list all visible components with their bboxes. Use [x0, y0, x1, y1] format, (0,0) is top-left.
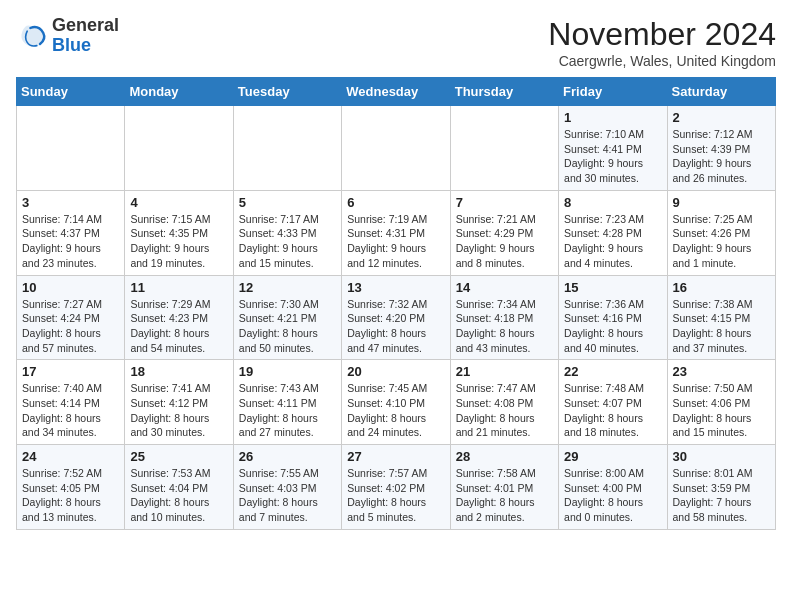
day-info: Sunrise: 7:36 AM Sunset: 4:16 PM Dayligh…: [564, 297, 661, 356]
day-number: 16: [673, 280, 770, 295]
calendar-cell: 22Sunrise: 7:48 AM Sunset: 4:07 PM Dayli…: [559, 360, 667, 445]
day-info: Sunrise: 8:01 AM Sunset: 3:59 PM Dayligh…: [673, 466, 770, 525]
day-info: Sunrise: 8:00 AM Sunset: 4:00 PM Dayligh…: [564, 466, 661, 525]
day-number: 13: [347, 280, 444, 295]
logo-general-text: General: [52, 15, 119, 35]
logo: General Blue: [16, 16, 119, 56]
day-number: 24: [22, 449, 119, 464]
day-number: 21: [456, 364, 553, 379]
calendar-cell: 2Sunrise: 7:12 AM Sunset: 4:39 PM Daylig…: [667, 106, 775, 191]
weekday-header-wednesday: Wednesday: [342, 78, 450, 106]
day-number: 14: [456, 280, 553, 295]
calendar-table: SundayMondayTuesdayWednesdayThursdayFrid…: [16, 77, 776, 530]
calendar-cell: [17, 106, 125, 191]
day-number: 18: [130, 364, 227, 379]
day-number: 10: [22, 280, 119, 295]
day-info: Sunrise: 7:34 AM Sunset: 4:18 PM Dayligh…: [456, 297, 553, 356]
day-number: 25: [130, 449, 227, 464]
calendar-cell: 27Sunrise: 7:57 AM Sunset: 4:02 PM Dayli…: [342, 445, 450, 530]
day-number: 9: [673, 195, 770, 210]
calendar-cell: 12Sunrise: 7:30 AM Sunset: 4:21 PM Dayli…: [233, 275, 341, 360]
day-number: 30: [673, 449, 770, 464]
day-number: 29: [564, 449, 661, 464]
calendar-week-row: 3Sunrise: 7:14 AM Sunset: 4:37 PM Daylig…: [17, 190, 776, 275]
day-number: 23: [673, 364, 770, 379]
calendar-cell: 26Sunrise: 7:55 AM Sunset: 4:03 PM Dayli…: [233, 445, 341, 530]
calendar-cell: 5Sunrise: 7:17 AM Sunset: 4:33 PM Daylig…: [233, 190, 341, 275]
calendar-cell: 25Sunrise: 7:53 AM Sunset: 4:04 PM Dayli…: [125, 445, 233, 530]
calendar-cell: 16Sunrise: 7:38 AM Sunset: 4:15 PM Dayli…: [667, 275, 775, 360]
day-number: 27: [347, 449, 444, 464]
calendar-cell: 23Sunrise: 7:50 AM Sunset: 4:06 PM Dayli…: [667, 360, 775, 445]
day-number: 8: [564, 195, 661, 210]
calendar-cell: 13Sunrise: 7:32 AM Sunset: 4:20 PM Dayli…: [342, 275, 450, 360]
day-info: Sunrise: 7:48 AM Sunset: 4:07 PM Dayligh…: [564, 381, 661, 440]
day-number: 28: [456, 449, 553, 464]
day-info: Sunrise: 7:14 AM Sunset: 4:37 PM Dayligh…: [22, 212, 119, 271]
day-number: 2: [673, 110, 770, 125]
day-info: Sunrise: 7:47 AM Sunset: 4:08 PM Dayligh…: [456, 381, 553, 440]
calendar-cell: [233, 106, 341, 191]
day-number: 12: [239, 280, 336, 295]
day-info: Sunrise: 7:57 AM Sunset: 4:02 PM Dayligh…: [347, 466, 444, 525]
day-number: 17: [22, 364, 119, 379]
calendar-cell: 14Sunrise: 7:34 AM Sunset: 4:18 PM Dayli…: [450, 275, 558, 360]
day-number: 3: [22, 195, 119, 210]
day-info: Sunrise: 7:45 AM Sunset: 4:10 PM Dayligh…: [347, 381, 444, 440]
day-number: 15: [564, 280, 661, 295]
day-info: Sunrise: 7:12 AM Sunset: 4:39 PM Dayligh…: [673, 127, 770, 186]
header: General Blue November 2024 Caergwrle, Wa…: [16, 16, 776, 69]
calendar-cell: [125, 106, 233, 191]
calendar-cell: 20Sunrise: 7:45 AM Sunset: 4:10 PM Dayli…: [342, 360, 450, 445]
day-info: Sunrise: 7:40 AM Sunset: 4:14 PM Dayligh…: [22, 381, 119, 440]
calendar-cell: [342, 106, 450, 191]
logo-icon: [16, 20, 48, 52]
calendar-cell: 8Sunrise: 7:23 AM Sunset: 4:28 PM Daylig…: [559, 190, 667, 275]
location-subtitle: Caergwrle, Wales, United Kingdom: [548, 53, 776, 69]
day-number: 26: [239, 449, 336, 464]
day-info: Sunrise: 7:30 AM Sunset: 4:21 PM Dayligh…: [239, 297, 336, 356]
calendar-cell: 6Sunrise: 7:19 AM Sunset: 4:31 PM Daylig…: [342, 190, 450, 275]
day-info: Sunrise: 7:23 AM Sunset: 4:28 PM Dayligh…: [564, 212, 661, 271]
day-number: 1: [564, 110, 661, 125]
calendar-cell: 21Sunrise: 7:47 AM Sunset: 4:08 PM Dayli…: [450, 360, 558, 445]
calendar-cell: 29Sunrise: 8:00 AM Sunset: 4:00 PM Dayli…: [559, 445, 667, 530]
day-number: 22: [564, 364, 661, 379]
calendar-cell: 4Sunrise: 7:15 AM Sunset: 4:35 PM Daylig…: [125, 190, 233, 275]
calendar-cell: 3Sunrise: 7:14 AM Sunset: 4:37 PM Daylig…: [17, 190, 125, 275]
title-block: November 2024 Caergwrle, Wales, United K…: [548, 16, 776, 69]
day-number: 20: [347, 364, 444, 379]
calendar-cell: 11Sunrise: 7:29 AM Sunset: 4:23 PM Dayli…: [125, 275, 233, 360]
calendar-cell: 30Sunrise: 8:01 AM Sunset: 3:59 PM Dayli…: [667, 445, 775, 530]
day-number: 4: [130, 195, 227, 210]
day-info: Sunrise: 7:25 AM Sunset: 4:26 PM Dayligh…: [673, 212, 770, 271]
day-number: 19: [239, 364, 336, 379]
weekday-header-tuesday: Tuesday: [233, 78, 341, 106]
day-info: Sunrise: 7:58 AM Sunset: 4:01 PM Dayligh…: [456, 466, 553, 525]
weekday-header-monday: Monday: [125, 78, 233, 106]
weekday-header-friday: Friday: [559, 78, 667, 106]
weekday-header-row: SundayMondayTuesdayWednesdayThursdayFrid…: [17, 78, 776, 106]
day-info: Sunrise: 7:29 AM Sunset: 4:23 PM Dayligh…: [130, 297, 227, 356]
day-number: 5: [239, 195, 336, 210]
weekday-header-thursday: Thursday: [450, 78, 558, 106]
day-info: Sunrise: 7:15 AM Sunset: 4:35 PM Dayligh…: [130, 212, 227, 271]
calendar-cell: 19Sunrise: 7:43 AM Sunset: 4:11 PM Dayli…: [233, 360, 341, 445]
calendar-cell: 15Sunrise: 7:36 AM Sunset: 4:16 PM Dayli…: [559, 275, 667, 360]
calendar-cell: 24Sunrise: 7:52 AM Sunset: 4:05 PM Dayli…: [17, 445, 125, 530]
day-info: Sunrise: 7:43 AM Sunset: 4:11 PM Dayligh…: [239, 381, 336, 440]
day-info: Sunrise: 7:19 AM Sunset: 4:31 PM Dayligh…: [347, 212, 444, 271]
calendar-cell: 28Sunrise: 7:58 AM Sunset: 4:01 PM Dayli…: [450, 445, 558, 530]
calendar-cell: 10Sunrise: 7:27 AM Sunset: 4:24 PM Dayli…: [17, 275, 125, 360]
logo-blue-text: Blue: [52, 35, 91, 55]
month-title: November 2024: [548, 16, 776, 53]
day-info: Sunrise: 7:55 AM Sunset: 4:03 PM Dayligh…: [239, 466, 336, 525]
day-info: Sunrise: 7:27 AM Sunset: 4:24 PM Dayligh…: [22, 297, 119, 356]
day-number: 6: [347, 195, 444, 210]
day-info: Sunrise: 7:52 AM Sunset: 4:05 PM Dayligh…: [22, 466, 119, 525]
calendar-cell: 18Sunrise: 7:41 AM Sunset: 4:12 PM Dayli…: [125, 360, 233, 445]
day-info: Sunrise: 7:21 AM Sunset: 4:29 PM Dayligh…: [456, 212, 553, 271]
day-info: Sunrise: 7:41 AM Sunset: 4:12 PM Dayligh…: [130, 381, 227, 440]
calendar-week-row: 1Sunrise: 7:10 AM Sunset: 4:41 PM Daylig…: [17, 106, 776, 191]
calendar-cell: 17Sunrise: 7:40 AM Sunset: 4:14 PM Dayli…: [17, 360, 125, 445]
